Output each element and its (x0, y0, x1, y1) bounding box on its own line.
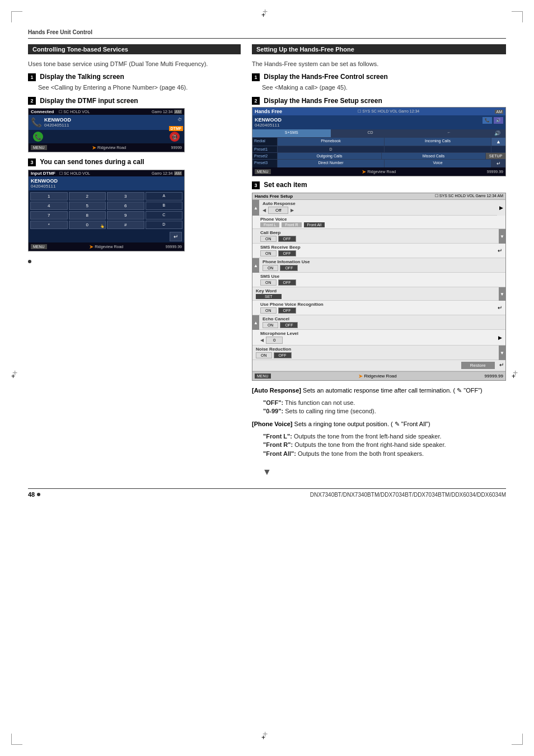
hf-btn-ssms[interactable]: S+SMS (252, 129, 331, 137)
scroll-down-btn-2[interactable]: ▼ (499, 287, 505, 301)
pv-frontall-val: Outputs the tone from the both front spe… (298, 450, 424, 457)
restore-button[interactable]: Restore (461, 362, 495, 369)
hf-btn-phonebook[interactable]: Phonebook (278, 138, 385, 146)
hf-preset1-col2 (385, 146, 491, 152)
hf-contact-main: KENWOOD 0420405111 📞 🔊 (252, 115, 505, 129)
hf-btn-direct[interactable]: Direct Number (278, 160, 385, 167)
hf-btn-outgoing[interactable]: Outgoing Calls (278, 153, 382, 159)
key-2[interactable]: 2 (69, 192, 106, 200)
hf-btn-voice[interactable]: Voice (385, 160, 491, 167)
key-5[interactable]: 5 (69, 202, 106, 210)
enter-button[interactable]: ↵ (170, 232, 182, 241)
noise-off[interactable]: OFF (274, 352, 292, 358)
hf-preset1-col3 (491, 146, 505, 152)
key-8[interactable]: 8 (69, 211, 106, 220)
crosshair-left: + (11, 372, 22, 384)
dtmf-bottom-bar: MENU ➤ Ridgeview Road 99999.99 (29, 242, 184, 251)
key-3[interactable]: 3 (107, 192, 144, 200)
key-A[interactable]: A (146, 192, 183, 200)
footer-models: DNX7340BT/DNX7340BTM/DDX7034BT/DDX7034BT… (310, 492, 506, 498)
hf-contact-num: 0420405111 (255, 123, 282, 128)
right-step1-title: 1 Display the Hands-Free Control screen (252, 73, 506, 81)
hf-btn-setup[interactable]: SETUP (486, 153, 505, 159)
auto-response-left-arrow[interactable]: ◀ (263, 208, 266, 213)
step3-badge: 3 (28, 158, 36, 166)
key-star[interactable]: * (30, 221, 68, 229)
setup-menu-btn[interactable]: MENU (255, 374, 271, 379)
phone-info-on[interactable]: ON (263, 265, 279, 271)
connected-bottom-bar: MENU ➤ Ridgeview Road 99999 (29, 143, 184, 152)
auto-response-next[interactable]: ▶ (499, 205, 503, 211)
key-1[interactable]: 1 (30, 192, 68, 200)
voice-rec-off[interactable]: OFF (278, 307, 296, 314)
noise-on[interactable]: ON (256, 352, 272, 358)
sms-beep-enter[interactable]: ↵ (498, 248, 502, 254)
auto-response-right-arrow[interactable]: ▶ (291, 208, 294, 213)
dtmf-statusbar: Input DTMF ☐ SC HOLD VOL Garro 12:34 AM (29, 170, 184, 176)
hf-btn-incoming[interactable]: Incoming Calls (385, 138, 491, 146)
sms-beep-on[interactable]: ON (260, 250, 277, 256)
key-B[interactable]: B (146, 202, 183, 210)
key-C[interactable]: C (146, 211, 183, 220)
key-4[interactable]: 4 (30, 202, 68, 210)
hf-btn-cd[interactable]: CD (331, 129, 410, 137)
scroll-up-btn-3[interactable]: ▲ (252, 315, 259, 330)
dtmf-menu-button[interactable]: MENU (31, 244, 47, 249)
phone-info-label: Phone Infomation Use (263, 259, 502, 264)
step1-badge: 1 (28, 73, 36, 81)
scroll-down-btn-3[interactable]: ▼ (499, 346, 505, 360)
scroll-up-btn-2[interactable]: ▲ (252, 258, 259, 273)
voice-rec-on[interactable]: ON (260, 307, 277, 314)
hf-menu-btn[interactable]: MENU (255, 169, 271, 174)
hf-btn-missed[interactable]: Missed Calls (382, 153, 486, 159)
phone-voice-front-all[interactable]: Front All (304, 222, 325, 227)
call-beep-off[interactable]: OFF (278, 236, 296, 242)
echo-off[interactable]: OFF (280, 322, 298, 328)
hf-btn-enter[interactable]: ↵ (491, 160, 505, 167)
key-6[interactable]: 6 (107, 202, 144, 210)
key-D[interactable]: D (146, 221, 183, 229)
sms-use-off[interactable]: OFF (278, 279, 296, 286)
mic-left-arrow[interactable]: ◀ (260, 338, 264, 343)
phone-voice-front-r[interactable]: Front R (282, 222, 301, 227)
hf-btn-back[interactable]: ← (410, 129, 489, 137)
answer-button[interactable]: 📞 (33, 132, 43, 142)
hf-menu-row-top: S+SMS CD ← 🔊 (252, 129, 505, 138)
key-0[interactable]: 0👆 (69, 221, 106, 229)
dtmf-mileage: 99999.99 (166, 245, 182, 249)
phone-voice-sub-frontall: "Front All": Outputs the tone from the b… (263, 450, 506, 458)
key-7[interactable]: 7 (30, 211, 68, 220)
hf-top-icons: 📞 🔊 (483, 117, 503, 124)
auto-sub-099-val: Sets to calling ring time (second). (285, 408, 376, 414)
key-9[interactable]: 9 (107, 211, 144, 220)
scroll-up-btn[interactable]: ▲ (252, 200, 259, 216)
hf-mileage: 99999.99 (487, 170, 503, 174)
sms-beep-off[interactable]: OFF (278, 250, 296, 256)
hf-scroll-up[interactable]: ▲ (491, 138, 505, 146)
end-call-button[interactable]: 📵 (170, 132, 180, 142)
left-column: Controlling Tone-based Services Uses ton… (28, 44, 241, 465)
setup-enter[interactable]: ↵ (499, 362, 504, 368)
dtmf-nav-icon: ➤ (89, 244, 93, 250)
echo-on[interactable]: ON (263, 322, 279, 328)
dtmf-screen-mockup: Input DTMF ☐ SC HOLD VOL Garro 12:34 AM … (28, 170, 185, 251)
hf-contact-name: KENWOOD (255, 117, 282, 123)
hf-btn-d[interactable]: D (278, 146, 385, 152)
hf-btn-speaker[interactable]: 🔊 (489, 129, 505, 137)
keyword-set-btn[interactable]: SET (256, 294, 282, 299)
key-hash[interactable]: # (107, 221, 144, 229)
left-step3-title: 3 You can send tones during a call (28, 158, 241, 166)
sms-use-on[interactable]: ON (260, 279, 277, 286)
setup-row-voice-rec: Use Phone Voice Recognition ON OFF ↵ (252, 301, 505, 315)
scroll-down-btn-1[interactable]: ▼ (499, 229, 505, 244)
hf-row-preset3: Preset3 Direct Number Voice ↵ (252, 160, 505, 167)
phone-info-off[interactable]: OFF (280, 265, 298, 271)
voice-rec-enter[interactable]: ↵ (498, 305, 502, 311)
page-content: Hands Free Unit Control Controlling Tone… (28, 28, 506, 728)
setup-road: Ridgeview Road (364, 374, 396, 379)
call-beep-on[interactable]: ON (260, 236, 277, 242)
menu-button[interactable]: MENU (31, 145, 47, 150)
auto-response-desc-label: [Auto Response] (252, 387, 301, 394)
phone-voice-front-l[interactable]: Front L (260, 222, 279, 227)
mic-next[interactable]: ▶ (498, 335, 502, 340)
